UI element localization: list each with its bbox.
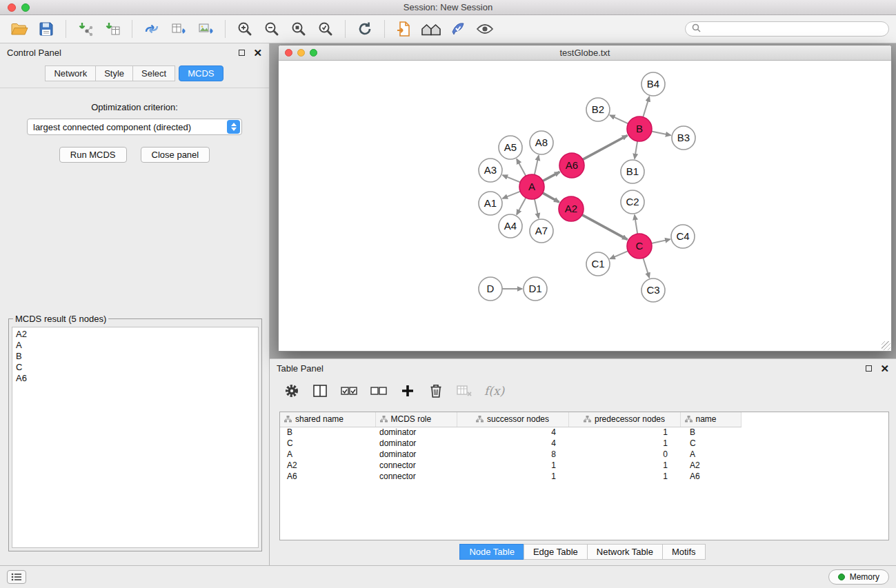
graph-node-C2[interactable]: C2 — [621, 190, 644, 214]
graph-node-C3[interactable]: C3 — [641, 278, 665, 302]
close-panel-icon[interactable]: ✕ — [253, 48, 262, 58]
graph-node-B1[interactable]: B1 — [621, 160, 644, 183]
delete-row-icon[interactable] — [428, 382, 444, 400]
delete-table-icon[interactable] — [456, 382, 472, 400]
graph-edge-A2-C[interactable] — [582, 215, 628, 240]
node-table[interactable]: shared nameMCDS rolesuccessor nodesprede… — [279, 412, 889, 540]
home-icon[interactable] — [419, 19, 444, 39]
graph-edge-A-A2[interactable] — [543, 193, 559, 202]
graph-edge-A-A7[interactable] — [535, 199, 539, 219]
table-row[interactable]: Adominator80A — [280, 449, 741, 460]
run-mcds-button[interactable]: Run MCDS — [59, 147, 127, 163]
table-cell[interactable]: 1 — [457, 460, 568, 471]
result-item[interactable]: A6 — [16, 373, 255, 384]
table-cell[interactable]: 1 — [568, 460, 680, 471]
zoom-in-icon[interactable] — [232, 19, 257, 39]
graph-edge-C-C4[interactable] — [652, 239, 670, 243]
column-header-successor-nodes[interactable]: successor nodes — [457, 412, 568, 427]
table-cell[interactable]: A2 — [280, 460, 375, 471]
graph-node-A[interactable]: A — [519, 174, 544, 199]
close-window-button[interactable] — [8, 3, 16, 12]
table-row[interactable]: Cdominator41C — [280, 438, 741, 449]
table-cell[interactable]: C — [680, 438, 741, 449]
zoom-out-icon[interactable] — [259, 19, 284, 39]
table-cell[interactable]: A — [280, 449, 375, 460]
graph-edge-A-A1[interactable] — [503, 192, 521, 199]
table-cell[interactable]: B — [280, 427, 375, 438]
table-row[interactable]: A2connector11A2 — [280, 460, 741, 471]
result-item[interactable]: A2 — [16, 329, 255, 340]
column-header-predecessor-nodes[interactable]: predecessor nodes — [568, 412, 680, 427]
tab-node-table[interactable]: Node Table — [459, 544, 524, 560]
table-cell[interactable]: 1 — [568, 438, 680, 449]
graph-edge-C-C3[interactable] — [643, 258, 649, 278]
table-cell[interactable]: 1 — [568, 471, 680, 482]
graph-edge-A6-B[interactable] — [583, 136, 628, 160]
export-table-icon[interactable] — [166, 19, 191, 39]
graph-edge-C-C2[interactable] — [635, 215, 637, 234]
column-header-shared-name[interactable]: shared name — [280, 412, 375, 427]
minimize-network-window-button[interactable] — [297, 49, 305, 57]
table-cell[interactable]: 4 — [457, 427, 568, 438]
result-item[interactable]: B — [16, 351, 255, 362]
graph-edge-A-A3[interactable] — [503, 175, 521, 182]
table-cell[interactable]: B — [680, 427, 741, 438]
tab-network[interactable]: Network — [45, 65, 96, 81]
result-item[interactable]: C — [16, 362, 255, 373]
graph-node-A3[interactable]: A3 — [479, 159, 502, 182]
analyzer-icon[interactable] — [446, 19, 470, 39]
table-cell[interactable]: 1 — [457, 471, 568, 482]
mcds-result-list[interactable]: A2ABCA6 — [12, 327, 259, 548]
graph-node-C1[interactable]: C1 — [586, 252, 610, 276]
table-cell[interactable]: C — [280, 438, 375, 449]
export-network-icon[interactable] — [139, 19, 164, 39]
task-history-button[interactable] — [7, 570, 26, 584]
network-window-titlebar[interactable]: testGlobe.txt — [279, 45, 891, 61]
open-folder-icon[interactable] — [7, 19, 32, 39]
close-table-panel-icon[interactable]: ✕ — [880, 363, 889, 374]
graph-node-D[interactable]: D — [479, 277, 502, 301]
zoom-window-button[interactable] — [21, 3, 30, 12]
table-cell[interactable]: dominator — [375, 449, 457, 460]
graph-edge-A-A4[interactable] — [517, 198, 526, 214]
graph-node-A2[interactable]: A2 — [559, 196, 584, 221]
search-box[interactable] — [685, 21, 889, 37]
graph-edge-A-A5[interactable] — [517, 159, 526, 176]
graph-node-A7[interactable]: A7 — [530, 219, 553, 243]
graph-node-A4[interactable]: A4 — [499, 214, 522, 238]
table-cell[interactable]: dominator — [375, 427, 457, 438]
function-builder-icon[interactable]: f(x) — [484, 382, 504, 400]
graph-edge-B-B2[interactable] — [610, 115, 628, 123]
graph-edge-B-B1[interactable] — [635, 141, 637, 159]
close-panel-button[interactable]: Close panel — [141, 147, 210, 163]
graph-node-B[interactable]: B — [627, 116, 652, 141]
graph-node-B3[interactable]: B3 — [672, 126, 695, 150]
float-panel-icon[interactable] — [239, 50, 245, 56]
table-cell[interactable]: A2 — [680, 460, 741, 471]
graph-node-C4[interactable]: C4 — [671, 225, 695, 248]
tab-motifs[interactable]: Motifs — [662, 544, 706, 560]
table-cell[interactable]: connector — [375, 471, 457, 482]
select-all-icon[interactable] — [340, 382, 358, 400]
graph-node-A6[interactable]: A6 — [559, 153, 584, 178]
graph-node-A8[interactable]: A8 — [530, 131, 553, 154]
graph-edge-C-C1[interactable] — [610, 251, 628, 258]
refresh-layout-icon[interactable] — [352, 19, 377, 39]
network-graph[interactable]: AA1A2A3A4A5A6A7A8BB1B2B3B4CC1C2C3C4DD1 — [279, 61, 891, 351]
zoom-selected-icon[interactable] — [313, 19, 338, 39]
memory-button[interactable]: Memory — [828, 569, 889, 585]
graph-edge-A-A6[interactable] — [543, 172, 559, 181]
export-image-icon[interactable] — [193, 19, 218, 39]
graph-node-C[interactable]: C — [627, 234, 652, 258]
table-row[interactable]: A6connector11A6 — [280, 471, 741, 482]
network-canvas[interactable]: AA1A2A3A4A5A6A7A8BB1B2B3B4CC1C2C3C4DD1 — [279, 61, 891, 351]
table-cell[interactable]: dominator — [375, 438, 457, 449]
table-row[interactable]: Bdominator41B — [280, 427, 741, 438]
zoom-network-window-button[interactable] — [310, 49, 317, 57]
save-icon[interactable] — [34, 19, 59, 39]
graph-edge-A-A8[interactable] — [535, 156, 539, 175]
table-cell[interactable]: 8 — [457, 449, 568, 460]
column-header-MCDS-role[interactable]: MCDS role — [375, 412, 457, 427]
tab-style[interactable]: Style — [95, 65, 133, 81]
table-cell[interactable]: 0 — [568, 449, 680, 460]
